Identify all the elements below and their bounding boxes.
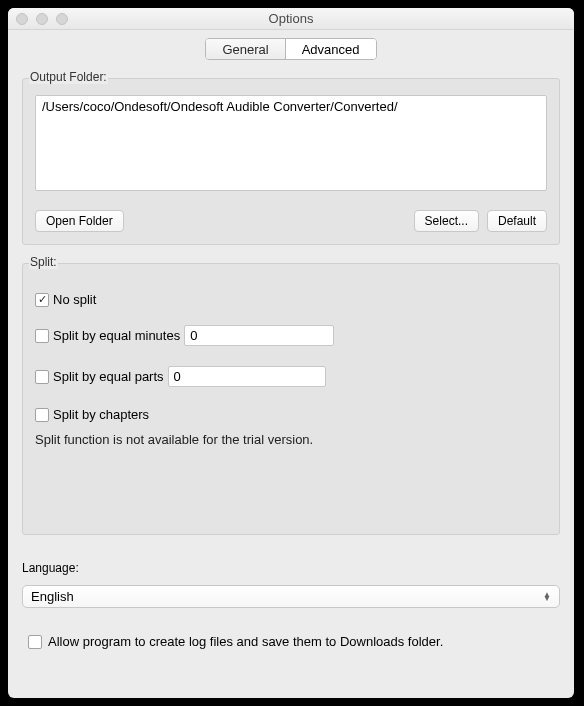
split-chapters-label: Split by chapters: [53, 407, 149, 422]
language-select[interactable]: English ▲▼: [22, 585, 560, 608]
split-minutes-label: Split by equal minutes: [53, 328, 180, 343]
language-group: Language: English ▲▼: [22, 561, 560, 608]
tab-bar: General Advanced: [8, 30, 574, 60]
output-folder-label: Output Folder:: [29, 70, 108, 84]
content-area: Output Folder: Open Folder Select... Def…: [8, 78, 574, 622]
select-folder-button[interactable]: Select...: [414, 210, 479, 232]
split-minutes-input[interactable]: [184, 325, 334, 346]
language-label: Language:: [22, 561, 560, 575]
open-folder-button[interactable]: Open Folder: [35, 210, 124, 232]
log-option-row: Allow program to create log files and sa…: [8, 622, 574, 649]
options-window: Options General Advanced Output Folder: …: [8, 8, 574, 698]
split-group: Split: No split Split by equal minutes S…: [22, 263, 560, 535]
language-selected: English: [31, 589, 74, 604]
split-parts-input[interactable]: [168, 366, 326, 387]
no-split-checkbox[interactable]: [35, 293, 49, 307]
log-label: Allow program to create log files and sa…: [48, 634, 443, 649]
chevron-updown-icon: ▲▼: [543, 593, 551, 601]
tab-general[interactable]: General: [206, 39, 285, 59]
split-chapters-checkbox[interactable]: [35, 408, 49, 422]
log-checkbox[interactable]: [28, 635, 42, 649]
split-minutes-checkbox[interactable]: [35, 329, 49, 343]
tab-segment: General Advanced: [205, 38, 376, 60]
window-title: Options: [8, 11, 574, 26]
no-split-label: No split: [53, 292, 96, 307]
minimize-icon[interactable]: [36, 13, 48, 25]
output-folder-group: Output Folder: Open Folder Select... Def…: [22, 78, 560, 245]
close-icon[interactable]: [16, 13, 28, 25]
zoom-icon[interactable]: [56, 13, 68, 25]
traffic-lights: [16, 13, 68, 25]
output-folder-path[interactable]: [35, 95, 547, 191]
split-parts-checkbox[interactable]: [35, 370, 49, 384]
split-trial-note: Split function is not available for the …: [35, 432, 547, 447]
titlebar: Options: [8, 8, 574, 30]
folder-buttons: Open Folder Select... Default: [35, 210, 547, 232]
tab-advanced[interactable]: Advanced: [286, 39, 376, 59]
split-label: Split:: [29, 255, 58, 269]
split-parts-label: Split by equal parts: [53, 369, 164, 384]
default-folder-button[interactable]: Default: [487, 210, 547, 232]
